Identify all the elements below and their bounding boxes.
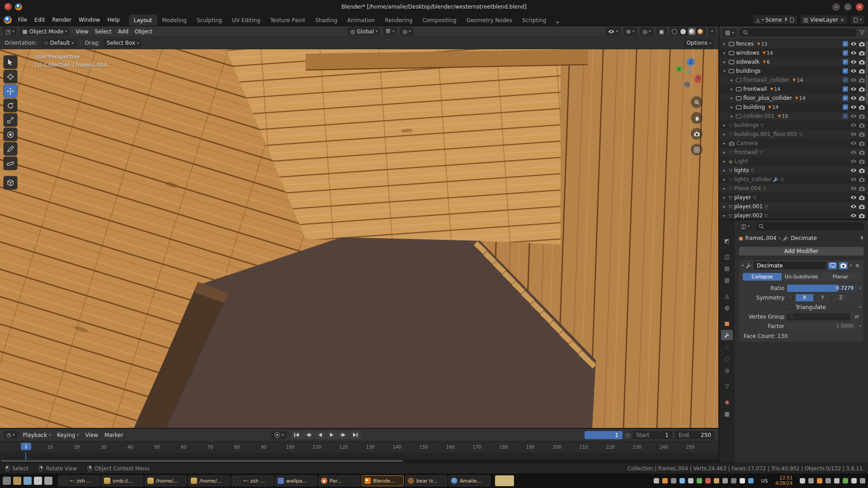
tray-icon[interactable] <box>843 478 848 483</box>
auto-keying-toggle[interactable]: ▾ <box>272 431 287 439</box>
properties-tab-texture[interactable]: ▦ <box>721 408 733 419</box>
outliner-item-buildings[interactable]: ▸▽buildings▽ <box>719 121 868 130</box>
outliner-item-frontwall[interactable]: ▸▽frontwall▽ <box>719 148 868 157</box>
symmetry-axis-y[interactable]: Y <box>814 294 832 301</box>
collection-enable-checkbox[interactable]: ✓ <box>843 86 848 92</box>
hide-in-viewport-toggle[interactable] <box>850 60 857 64</box>
pin-scene-icon[interactable] <box>784 17 788 23</box>
add-modifier-button[interactable]: Add Modifier <box>739 247 864 256</box>
new-scene-icon[interactable] <box>790 17 794 23</box>
tray-icon[interactable] <box>679 478 685 483</box>
workspace-tab-sculpting[interactable]: Sculpting <box>192 14 227 26</box>
task-window-amalie[interactable]: Amalie... <box>448 475 491 486</box>
hide-in-viewport-toggle[interactable] <box>850 87 857 91</box>
tray-icon[interactable] <box>705 478 711 483</box>
disable-in-render-toggle[interactable] <box>859 96 865 101</box>
toggle-ortho-button[interactable] <box>691 144 703 155</box>
viewport-menu-add[interactable]: Add <box>115 28 132 35</box>
disable-in-render-toggle[interactable] <box>859 51 865 56</box>
outliner-item-windows[interactable]: ▸windows▼14✓ <box>719 48 868 57</box>
transform-orientation-selector[interactable]: ◍ Global ▾ <box>347 27 380 36</box>
tool-scale[interactable] <box>4 113 17 127</box>
scene-selector[interactable]: ◬ ▾ Scene <box>753 15 797 24</box>
expand-icon[interactable]: ▸ <box>722 150 727 155</box>
extras-dropdown[interactable]: ▾ <box>851 15 864 24</box>
expand-icon[interactable]: ▸ <box>722 42 727 46</box>
minimize-button[interactable]: − <box>832 3 840 11</box>
task-window-blende[interactable]: Blende... <box>362 475 404 486</box>
expand-icon[interactable]: ▸ <box>722 195 727 200</box>
disable-in-render-toggle[interactable] <box>859 114 865 119</box>
disable-in-render-toggle[interactable] <box>859 141 865 146</box>
properties-editor-type-button[interactable]: ◫ ▾ <box>738 222 752 230</box>
properties-tab-object[interactable]: ■ <box>721 318 733 328</box>
disable-in-render-toggle[interactable] <box>859 105 865 110</box>
workspace-tab-compositing[interactable]: Compositing <box>417 14 461 26</box>
properties-tab-output[interactable]: ▤ <box>721 263 733 273</box>
editor-type-button[interactable]: ◳ ▾ <box>3 27 17 36</box>
mode-selector[interactable]: ■ Object Mode ▾ <box>19 27 70 36</box>
tray-icon[interactable] <box>714 478 719 483</box>
expand-icon[interactable]: ▸ <box>722 168 727 173</box>
gizmo-negative-x-axis[interactable] <box>696 75 701 80</box>
outliner-item-sidewalk[interactable]: ▸sidewalk▼6✓ <box>719 57 868 66</box>
shading-solid[interactable] <box>679 28 687 35</box>
menu-render[interactable]: Render <box>48 17 75 23</box>
outliner-item-buildings[interactable]: ▾buildings✓ <box>719 66 868 75</box>
tray-icon[interactable] <box>808 478 814 483</box>
hide-in-viewport-toggle[interactable] <box>850 42 857 46</box>
viewport-menu-select[interactable]: Select <box>92 28 115 35</box>
preview-range-icon[interactable]: ◷ <box>625 432 630 438</box>
viewport-menu-object[interactable]: Object <box>132 28 156 35</box>
collection-enable-checkbox[interactable]: ✓ <box>843 50 848 56</box>
workspace-tab-animation[interactable]: Animation <box>342 14 380 26</box>
hide-in-viewport-toggle[interactable] <box>850 69 857 73</box>
tray-icon[interactable] <box>748 478 754 483</box>
workspace-tab-modeling[interactable]: Modeling <box>157 14 192 26</box>
tool-rotate[interactable] <box>4 99 17 112</box>
camera-view-button[interactable] <box>691 128 703 140</box>
breadcrumb-modifier[interactable]: Decimate <box>791 235 817 241</box>
outliner-item-player-002[interactable]: ▸▽player.002▽ <box>719 211 868 219</box>
close-button[interactable]: × <box>856 3 863 11</box>
outliner-item-lights-collider[interactable]: ▸▽lights_collider▽ <box>719 175 868 184</box>
disable-in-render-toggle[interactable] <box>859 159 865 164</box>
hide-in-viewport-toggle[interactable] <box>850 78 857 82</box>
task-window-zsh[interactable]: ›~: zsh ... <box>58 475 100 486</box>
proportional-editing-toggle[interactable]: ◎ ▾ <box>400 27 414 36</box>
tray-icon[interactable] <box>671 478 676 483</box>
expand-icon[interactable]: ▸ <box>729 105 734 109</box>
disable-in-render-toggle[interactable] <box>859 132 865 137</box>
expand-icon[interactable]: ▸ <box>722 51 727 55</box>
properties-tab-particles[interactable]: ∴ <box>721 342 733 352</box>
hide-in-viewport-toggle[interactable] <box>850 177 857 182</box>
remove-viewlayer-icon[interactable]: × <box>840 17 844 23</box>
outliner-item-frontwall[interactable]: ▸frontwall▼14✓ <box>719 84 868 94</box>
snap-toggle[interactable]: ▾ <box>383 27 397 36</box>
playhead[interactable]: 1 <box>21 443 31 450</box>
disable-in-render-toggle[interactable] <box>859 204 865 209</box>
hide-in-viewport-toggle[interactable] <box>850 114 857 118</box>
hide-in-viewport-toggle[interactable] <box>850 141 857 145</box>
task-window-bear-tr[interactable]: bear tr... <box>405 475 447 486</box>
tool-transform[interactable] <box>4 128 17 141</box>
taskbar-launcher-icon[interactable] <box>3 477 11 485</box>
hide-in-viewport-toggle[interactable] <box>850 186 857 191</box>
hide-in-viewport-toggle[interactable] <box>850 96 857 100</box>
timeline-editor-type-button[interactable]: ◷ ▾ <box>4 431 18 439</box>
outliner-scrollbar[interactable] <box>866 41 868 104</box>
task-window-home[interactable]: /home/... <box>188 475 230 486</box>
ratio-slider[interactable]: 0.7279 <box>787 285 857 292</box>
tool-annotate[interactable] <box>4 142 17 155</box>
tool-add-cube[interactable] <box>4 176 17 189</box>
viewport-canvas[interactable]: User Perspective (1) Collection | frameL… <box>0 49 718 428</box>
properties-tab-view-layer[interactable]: ▥ <box>721 275 733 285</box>
expand-icon[interactable]: ▸ <box>722 213 727 218</box>
hide-in-viewport-toggle[interactable] <box>850 168 857 173</box>
next-keyframe-button[interactable] <box>338 431 349 439</box>
disable-in-render-toggle[interactable] <box>859 213 865 218</box>
workspace-add-button[interactable]: + <box>551 19 564 26</box>
shading-rendered[interactable] <box>697 28 704 35</box>
gizmos-dropdown[interactable]: ⊕ ▾ <box>623 27 637 36</box>
outliner-item-camera[interactable]: ▸Camera <box>719 139 868 148</box>
